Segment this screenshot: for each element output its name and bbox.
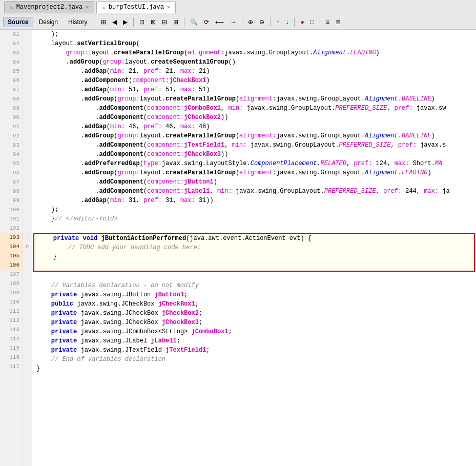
- line-89: 89: [0, 104, 23, 113]
- icon-117: [23, 371, 32, 380]
- icon-100: [23, 205, 32, 214]
- toolbar-btn-right[interactable]: →: [227, 17, 239, 27]
- code-line-83: group:layout.createParallelGroup(alignme…: [32, 48, 476, 57]
- line-111: 111: [0, 307, 23, 316]
- code-line-111: private javax.swing.JCheckBox jCheckBox2…: [32, 309, 476, 318]
- icon-110: [23, 307, 32, 316]
- icon-103-expand[interactable]: ▷: [23, 242, 32, 251]
- line-100: 100: [0, 205, 23, 214]
- method-block-container: private void jButton1ActionPerformed(jav…: [33, 233, 475, 272]
- icon-95: [23, 159, 32, 168]
- code-line-90: .addComponent(component:jCheckBox2)): [32, 113, 476, 122]
- toolbar-separator-4: [242, 17, 242, 27]
- code-line-116: // End of variables declaration: [32, 355, 476, 364]
- tab-close-maven[interactable]: ✕: [86, 4, 89, 10]
- icon-97: [23, 177, 32, 187]
- history-button[interactable]: History: [64, 17, 92, 27]
- line-105: 105: [0, 251, 23, 260]
- toolbar-separator-5: [270, 17, 271, 27]
- line-103: 103: [0, 233, 23, 242]
- code-editor[interactable]: ); layout.setVerticalGroup( group:layout…: [32, 30, 476, 466]
- toolbar-btn-list1[interactable]: ≡: [323, 17, 332, 27]
- icon-108: [23, 288, 32, 297]
- design-button[interactable]: Design: [34, 17, 63, 27]
- icon-106: [23, 270, 32, 279]
- toolbar-btn-3[interactable]: ▶: [120, 17, 130, 27]
- line-98: 98: [0, 187, 23, 196]
- line-113: 113: [0, 325, 23, 334]
- toolbar-btn-add[interactable]: ⊕: [245, 17, 256, 27]
- tab-burptest[interactable]: ☕ burpTestUI.java ✕: [96, 1, 176, 13]
- line-117: 117: [0, 362, 23, 371]
- toolbar-btn-1[interactable]: ⊞: [98, 17, 109, 27]
- code-line-92: .addGroup(group:layout.createParallelGro…: [32, 131, 476, 140]
- toolbar-btn-remove[interactable]: ⊖: [257, 17, 267, 27]
- code-line-87: .addGap(min: 51, pref: 51, max: 51): [32, 85, 476, 94]
- toolbar-btn-4[interactable]: ⊡: [137, 17, 147, 27]
- line-92: 92: [0, 131, 23, 140]
- code-line-100: );: [32, 205, 476, 214]
- icon-gutter: ⚠ ▷: [23, 30, 32, 466]
- toolbar-btn-list2[interactable]: ≣: [333, 17, 343, 27]
- toolbar-btn-5[interactable]: ⊠: [148, 17, 158, 27]
- icon-113: [23, 334, 32, 343]
- toolbar-btn-square[interactable]: □: [308, 17, 317, 27]
- code-line-95: .addPreferredGap(type:javax.swing.Layout…: [32, 159, 476, 168]
- line-85: 85: [0, 67, 23, 76]
- code-line-94: .addComponent(component:jCheckBox3)): [32, 150, 476, 159]
- code-line-103: private void jButton1ActionPerformed(jav…: [34, 234, 474, 243]
- tab-close-burp[interactable]: ✕: [167, 4, 170, 10]
- toolbar-btn-2[interactable]: ◀: [110, 17, 119, 27]
- line-108: 108: [0, 279, 23, 288]
- code-line-89: .addComponent(component:jComboBox1, min:…: [32, 104, 476, 113]
- icon-115: [23, 353, 32, 362]
- icon-89: [23, 104, 32, 113]
- line-82: 82: [0, 39, 23, 48]
- title-bar: ☕ Mavenproject2.java ✕ ☕ burpTestUI.java…: [0, 0, 476, 14]
- icon-84: [23, 57, 32, 67]
- toolbar-btn-left[interactable]: ⟵: [213, 17, 226, 27]
- line-99: 99: [0, 196, 23, 205]
- code-line-101: }// </editor-fold>: [32, 214, 476, 224]
- icon-86: [23, 76, 32, 85]
- code-line-82: layout.setVerticalGroup(: [32, 39, 476, 48]
- code-line-88: .addGroup(group:layout.createParallelGro…: [32, 94, 476, 104]
- code-line-93: .addComponent(component:jTextField1, min…: [32, 140, 476, 150]
- icon-90: [23, 113, 32, 122]
- code-line-102: [32, 224, 476, 233]
- icon-109: [23, 297, 32, 307]
- line-87: 87: [0, 85, 23, 94]
- icon-81: [23, 30, 32, 39]
- code-line-96: .addGroup(group:layout.createParallelGro…: [32, 168, 476, 177]
- code-line-110: public javax.swing.JCheckBox jCheckBox1;: [32, 299, 476, 309]
- tab-label-burp: burpTestUI.java: [109, 4, 164, 11]
- line-83: 83: [0, 48, 23, 57]
- line-112: 112: [0, 316, 23, 325]
- icon-101: [23, 214, 32, 224]
- toolbar-btn-up[interactable]: ↑: [274, 17, 282, 27]
- source-button[interactable]: Source: [3, 17, 33, 27]
- toolbar-btn-down[interactable]: ↓: [283, 17, 291, 27]
- line-116: 116: [0, 353, 23, 362]
- icon-91: [23, 122, 32, 131]
- code-line-113: private javax.swing.JComboBox<String> jC…: [32, 327, 476, 336]
- code-line-85: .addGap(min: 21, pref: 21, max: 21): [32, 67, 476, 76]
- toolbar-btn-7[interactable]: ⊞: [171, 17, 181, 27]
- line-86: 86: [0, 76, 23, 85]
- toolbar-btn-circle[interactable]: ●: [298, 17, 306, 27]
- toolbar-btn-search[interactable]: 🔍: [188, 17, 200, 27]
- icon-88: [23, 94, 32, 104]
- tab-mavenproject[interactable]: ☕ Mavenproject2.java ✕: [4, 1, 94, 13]
- code-line-97: .addComponent(component:jButton1): [32, 177, 476, 187]
- code-line-84: .addGroup(group:layout.createSequentialG…: [32, 57, 476, 67]
- icon-87: [23, 85, 32, 94]
- code-line-86: .addComponent(component:jCheckBox1): [32, 76, 476, 85]
- toolbar-separator-1: [95, 17, 95, 27]
- code-line-81: );: [32, 30, 476, 39]
- line-84: 84: [0, 57, 23, 67]
- toolbar-btn-6[interactable]: ⊟: [159, 17, 170, 27]
- line-88: 88: [0, 94, 23, 104]
- icon-111: [23, 316, 32, 325]
- tab-label-maven: Mavenproject2.java: [16, 4, 83, 11]
- toolbar-btn-refresh[interactable]: ⟳: [201, 17, 212, 27]
